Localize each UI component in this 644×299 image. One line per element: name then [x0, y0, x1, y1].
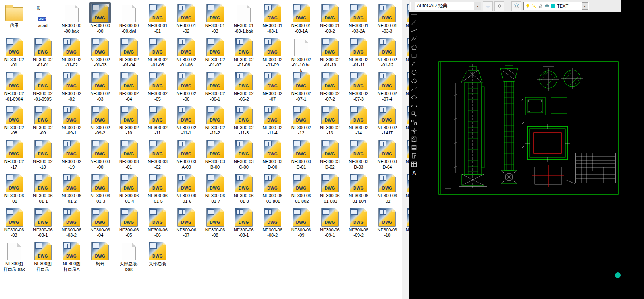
polygon-tool-button[interactable] [410, 43, 418, 51]
file-item[interactable]: DWGNE300-06 -07 [172, 207, 201, 238]
file-item[interactable]: DWGNE300-02 -14 [344, 105, 373, 136]
file-item[interactable]: DWGN [402, 138, 409, 165]
file-item[interactable]: DWGNE300-02 -18 [29, 138, 57, 170]
file-item[interactable]: DWGNE300-06 -03-1 [29, 207, 57, 238]
file-item[interactable]: DWGNE300-06 -01 [0, 173, 29, 204]
file-item[interactable]: DWGNE300-02 -01 [0, 37, 29, 68]
file-item[interactable]: DWGNE300-03 D-04 [373, 138, 401, 170]
file-item[interactable]: DWGN [402, 2, 409, 29]
file-item[interactable]: DWGNE300-02 -10 [115, 105, 143, 136]
file-item[interactable]: DWGNE300-02 -01-01 [29, 37, 57, 68]
file-item[interactable]: NE300图 样目录.bak [0, 241, 29, 272]
file-item[interactable]: NE300-02 -01-10.ba k [287, 37, 316, 74]
insert-block-tool-button[interactable] [410, 110, 418, 118]
file-item[interactable]: DWGNE300-02 -01-08 [229, 37, 258, 68]
file-item[interactable]: DWGN [402, 207, 409, 233]
file-item[interactable]: DWGNE300-06 -10 [373, 207, 401, 238]
file-item[interactable]: DWGNE300-01 -03-3 [373, 2, 401, 34]
file-item[interactable]: DWGN [402, 173, 409, 199]
file-item[interactable]: DWGNE300-06 -01-1 [29, 173, 57, 204]
ellipse-arc-tool-button[interactable] [410, 102, 418, 110]
file-item[interactable]: DWGNE300-02 -01-10 [316, 37, 344, 68]
file-item[interactable]: DWGNE300-02 -08 [0, 105, 29, 136]
file-item[interactable]: DWGNE300-02 -07-3 [344, 70, 373, 102]
revision-cloud-tool-button[interactable] [410, 77, 418, 85]
file-item[interactable]: DWGNE300-06 -08 [201, 207, 229, 238]
file-item[interactable]: DWGNE300-03 D-03 [344, 138, 373, 170]
file-item[interactable]: DWGNE300-02 -17 [0, 138, 29, 170]
file-item[interactable]: DWGNE300-02 -09 [29, 105, 57, 136]
file-item[interactable]: DWGN [402, 70, 409, 97]
file-item[interactable]: DWGNE300-01 -03-1A [287, 2, 316, 34]
file-item[interactable]: DWGNE300-02 -01-04 [115, 37, 143, 68]
file-item[interactable]: DWGNE300-02 -05 [143, 70, 172, 102]
file-item[interactable]: DWGNE300-02 -11-3 [229, 105, 258, 136]
file-item[interactable]: DWGNE300-02 -07-2 [316, 70, 344, 102]
file-item[interactable]: DWGNE300-02 -11-4 [258, 105, 287, 136]
file-item[interactable]: DWGNE300-06 -09-1 [316, 207, 344, 238]
file-item[interactable]: DWGNE300图 样目录 [29, 241, 57, 272]
mtext-tool-button[interactable]: A [410, 169, 418, 177]
file-item[interactable]: DWGNE300-06 -05 [115, 207, 143, 238]
file-item[interactable]: DWGNE300-03 D-02 [316, 138, 344, 170]
file-item[interactable]: DWGNE300-02 -11-2 [201, 105, 229, 136]
file-item[interactable]: DWGNE300-02 -11-1 [172, 105, 201, 136]
file-item[interactable]: DWGNE300-06 -08-1 [229, 207, 258, 238]
file-item[interactable]: DWGNE300-06 -01-5 [143, 173, 172, 204]
file-item[interactable]: DWGNE300-06 -01-801 [258, 173, 287, 204]
file-item[interactable]: DWGNE300-01 -03 [201, 2, 229, 34]
rectangle-tool-button[interactable] [410, 52, 418, 60]
arc-tool-button[interactable] [410, 60, 418, 68]
spline-tool-button[interactable] [410, 85, 418, 93]
line-tool-button[interactable] [410, 18, 418, 26]
file-item[interactable]: DWGNE300-03 D-00 [258, 138, 287, 170]
file-item[interactable]: DWGNE300-01 -01 [143, 2, 172, 34]
point-tool-button[interactable] [410, 127, 418, 135]
file-item[interactable]: DWGNE300-03 B-00 [201, 138, 229, 170]
file-item[interactable]: DWGNE300-02 -06-2 [229, 70, 258, 102]
file-item[interactable]: DWGNE300-02 -01-0904 [0, 70, 29, 102]
file-item[interactable]: DWGNE300-01 -03-2A [344, 2, 373, 34]
polyline-tool-button[interactable] [410, 35, 418, 43]
file-item[interactable]: DWGNE300-01 -02 [172, 2, 201, 34]
hatch-tool-button[interactable] [410, 135, 418, 143]
file-item[interactable]: DWGNE300-02 -07 [258, 70, 287, 102]
file-item[interactable]: DWG头部总装 [143, 241, 172, 267]
file-item[interactable]: DWGNE300-03 A-00 [172, 138, 201, 170]
toolbar-grip[interactable] [410, 2, 412, 10]
file-item[interactable]: DWGNE300-02 -14JT [373, 105, 401, 136]
file-item[interactable]: DWGNE300-02 -09-1 [57, 105, 86, 136]
workspace-combobox[interactable]: AutoCAD 经典 ▼ [415, 2, 481, 10]
file-item[interactable]: NE300-00 -00.bak [57, 2, 86, 34]
file-item[interactable]: DWGNE300-02 -13 [316, 105, 344, 136]
file-item[interactable]: DWGNE300图 样目录A [57, 241, 86, 272]
file-item[interactable]: DWGNE300-06 -01-2 [57, 173, 86, 204]
save-workspace-button[interactable] [494, 1, 504, 11]
file-item[interactable]: DWGNE300-02 -01-03 [86, 37, 114, 68]
file-item[interactable]: DWGNE300-03 C-00 [229, 138, 258, 170]
workspace-settings-button[interactable] [483, 1, 493, 11]
file-item[interactable]: DWGNE300-06 -01-803 [316, 173, 344, 204]
file-item[interactable]: DWGNE300-06 -01-804 [344, 173, 373, 204]
file-item[interactable]: DWGNE300-06 -09-2 [344, 207, 373, 238]
file-item[interactable]: DWGNE300-02 -06-1 [201, 70, 229, 102]
file-item[interactable]: DWGNE300-02 -12 [287, 105, 316, 136]
toolbar-grip[interactable] [411, 14, 417, 16]
file-item[interactable]: 头部总装. bak [115, 241, 143, 272]
chevron-down-icon[interactable]: ▼ [582, 2, 588, 10]
file-item[interactable]: DWGNE300-02 -03 [86, 70, 114, 102]
file-item[interactable]: DWGNE300-01 -03-2 [316, 2, 344, 34]
circle-tool-button[interactable] [410, 68, 418, 76]
file-item[interactable]: DWGNE300-06 -01-8 [229, 173, 258, 204]
layer-properties-button[interactable] [511, 1, 521, 11]
file-item[interactable]: DWGN [402, 105, 409, 131]
file-item[interactable]: DWG钢环 [86, 241, 114, 267]
file-item[interactable]: DWGNE300-06 -09 [287, 207, 316, 238]
file-item[interactable]: DWGNE300-02 -01-11 [344, 37, 373, 68]
file-item[interactable]: DWGNE300-03 D-01 [287, 138, 316, 170]
cad-canvas[interactable] [409, 0, 644, 299]
file-item[interactable]: DWGNE300-02 -11 [143, 105, 172, 136]
chevron-down-icon[interactable]: ▼ [474, 2, 481, 10]
file-item[interactable]: DWGNE300-02 -01-05 [143, 37, 172, 68]
file-item[interactable]: DWGNE300-00 -00 [86, 2, 114, 34]
